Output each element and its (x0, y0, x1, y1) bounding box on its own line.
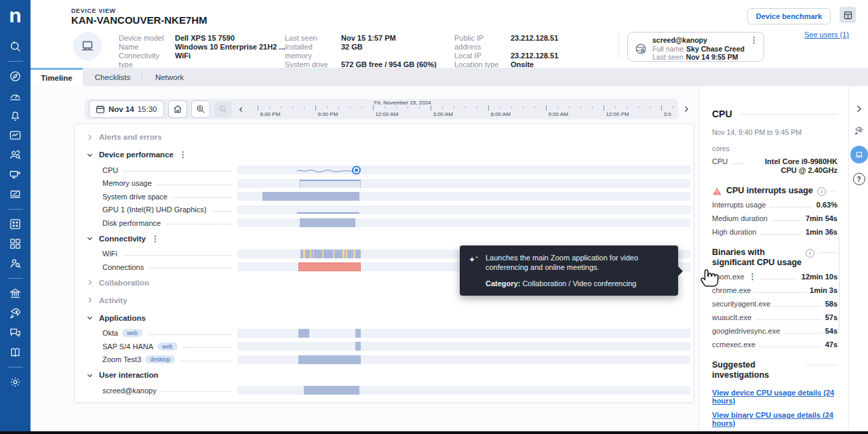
investigation-link[interactable]: View binary CPU usage details (24 hours) (712, 411, 837, 427)
dotted-leader (774, 300, 821, 307)
timeline-row-screed-kanopy: screed@kanopy (86, 384, 693, 397)
detail-section-binaries-with-significant-cpu-usage: Binaries with significant CPU usagei (712, 248, 837, 268)
section-menu-icon[interactable]: ⋮ (179, 151, 187, 159)
layout-panel-button[interactable] (840, 7, 856, 23)
investigation-link[interactable]: View device CPU usage details (24 hours) (712, 389, 837, 405)
chevron-down-icon (86, 151, 94, 159)
sidebar-device-plus-icon[interactable] (9, 168, 22, 181)
zoom-out-icon (218, 104, 228, 114)
sidebar-keypad-icon[interactable] (9, 218, 22, 231)
metric-row-ccmexec-exe: ccmexec.exe47s (712, 340, 837, 349)
section-menu-icon[interactable]: ⋮ (151, 235, 159, 243)
metric-value: 58s (825, 300, 837, 309)
tab-network[interactable]: Network (142, 68, 197, 86)
timeline-zoom-in-button[interactable] (191, 100, 210, 118)
sidebar-gauge-icon[interactable] (9, 90, 22, 102)
timeline-track[interactable] (237, 355, 690, 364)
device-info-value: Windows 10 Enterprise 21H2 ... (175, 43, 285, 52)
device-info-label: Installed memory (285, 43, 341, 60)
chart-bar (262, 192, 359, 201)
tab-bar: TimelineChecklistsNetwork (31, 68, 868, 86)
sidebar-book-icon[interactable] (9, 346, 22, 359)
sidebar-laptop-edit-icon[interactable] (9, 188, 22, 201)
timeline-ruler[interactable]: 6:00 PM9:00 PM12:00 AMFri, November 15, … (248, 99, 675, 119)
timeline-section-connectivity[interactable]: Connectivity⋮ (86, 230, 693, 248)
sidebar-compass-icon[interactable] (9, 70, 22, 83)
timeline-home-button[interactable] (168, 100, 187, 118)
binary-menu-icon[interactable]: ⋮ (749, 273, 757, 281)
timeline-track[interactable] (237, 218, 690, 227)
chart-line (297, 165, 356, 174)
device-benchmark-button[interactable]: Device benchmark (747, 8, 831, 24)
collapse-panel-icon[interactable] (854, 104, 864, 114)
info-icon[interactable]: i (817, 187, 826, 196)
dotted-leader (123, 250, 232, 256)
metric-label: High duration (712, 228, 756, 236)
sidebar-chart-panel-icon[interactable] (9, 129, 22, 142)
dotted-leader (761, 273, 797, 279)
timeline-section-alerts-and-errors[interactable]: Alerts and errors (86, 128, 693, 146)
see-users-link[interactable]: See users (1) (804, 31, 849, 39)
user-card-menu-icon[interactable]: ⋮ (750, 36, 758, 58)
date-picker-date: Nov 14 (108, 105, 134, 113)
page-header: DEVICE VIEW KAN-VANCOUVER-NKE7HM Device … (31, 0, 868, 68)
chevron-right-icon (682, 105, 690, 113)
dotted-leader (148, 329, 232, 335)
timeline-zoom-out-button[interactable] (214, 101, 232, 117)
sidebar-blocks-icon[interactable] (9, 237, 22, 250)
device-info-row: NameWindows 10 Enterprise 21H2 ... (119, 43, 285, 52)
sidebar-gear-icon[interactable] (9, 376, 22, 389)
device-info-row: Local IP23.212.128.51 (454, 52, 558, 60)
sidebar-bell-icon[interactable] (9, 109, 22, 122)
metric-label: zoom.exe (712, 273, 745, 281)
panel-scroll-indicator[interactable] (839, 237, 840, 330)
stripe-segment (310, 250, 311, 258)
timeline-track[interactable] (237, 342, 690, 351)
device-info-value: 23.212.128.51 (511, 34, 558, 52)
timeline-row-label: CPU (102, 166, 118, 174)
device-info-col-3: Public IP address23.212.128.51Local IP23… (454, 34, 558, 69)
timeline-track[interactable] (237, 179, 690, 188)
timeline-track[interactable] (237, 165, 690, 174)
ruler-minor-ticks (604, 106, 661, 108)
rail-device-tab[interactable] (850, 146, 868, 163)
timeline-pan-left-button[interactable] (236, 101, 247, 117)
investigations-title: Suggested investigations (712, 360, 802, 380)
tab-timeline[interactable]: Timeline (31, 68, 83, 86)
sidebar-rocket-icon[interactable] (9, 307, 22, 319)
sidebar-campus-icon[interactable] (9, 287, 22, 300)
ruler-minor-ticks (374, 106, 431, 108)
sidebar-chat-icon[interactable] (9, 326, 22, 339)
ruler-segment: 12:00 AMFri, November 15, 2024 (373, 99, 431, 119)
detail-sections: CPU interrupts usageiInterrupts usage0.6… (712, 186, 837, 349)
dotted-leader (755, 286, 806, 293)
timeline-pan-right-button[interactable] (682, 102, 691, 116)
timeline-track[interactable] (237, 192, 690, 201)
sidebar-search-history-icon[interactable] (9, 40, 22, 53)
date-picker-button[interactable]: Nov 14 15:30 (89, 100, 164, 118)
app-type-badge: web (122, 329, 142, 337)
timeline-track[interactable] (237, 386, 690, 395)
help-icon[interactable]: ? (853, 173, 865, 185)
timeline-section-user-interaction[interactable]: User interaction (86, 366, 693, 384)
app-logo[interactable]: n (0, 0, 31, 31)
tab-checklists[interactable]: Checklists (83, 68, 142, 86)
timeline-section-label: Device performance (99, 151, 174, 159)
user-card[interactable]: screed@kanopy Full nameSky Chase Creed L… (627, 32, 764, 62)
ruler-tick-label: 6:00 AM (491, 111, 511, 117)
metric-value: 1min 3s (810, 286, 837, 295)
cpu-model-row: CPU Intel Core i9-9980HK CPU @ 2.40GHz (712, 157, 837, 175)
timeline-row-label: screed@kanopy (102, 387, 157, 395)
timeline-track[interactable] (237, 205, 690, 214)
timeline-section-device-performance[interactable]: Device performance⋮ (86, 146, 693, 163)
timeline-section-applications[interactable]: Applications (86, 309, 693, 327)
timeline-row-label: Connections (102, 263, 144, 271)
info-icon[interactable]: i (806, 249, 814, 258)
sidebar-people-search-icon[interactable] (9, 149, 22, 161)
date-picker-time: 15:30 (138, 105, 157, 113)
chevron-down-icon (86, 372, 94, 379)
metric-row-googledrivesync-exe: googledrivesync.exe54s (712, 327, 837, 336)
rail-rocket-icon[interactable] (854, 125, 864, 136)
sidebar-person-search-icon[interactable] (9, 257, 22, 270)
timeline-track[interactable] (237, 329, 690, 338)
